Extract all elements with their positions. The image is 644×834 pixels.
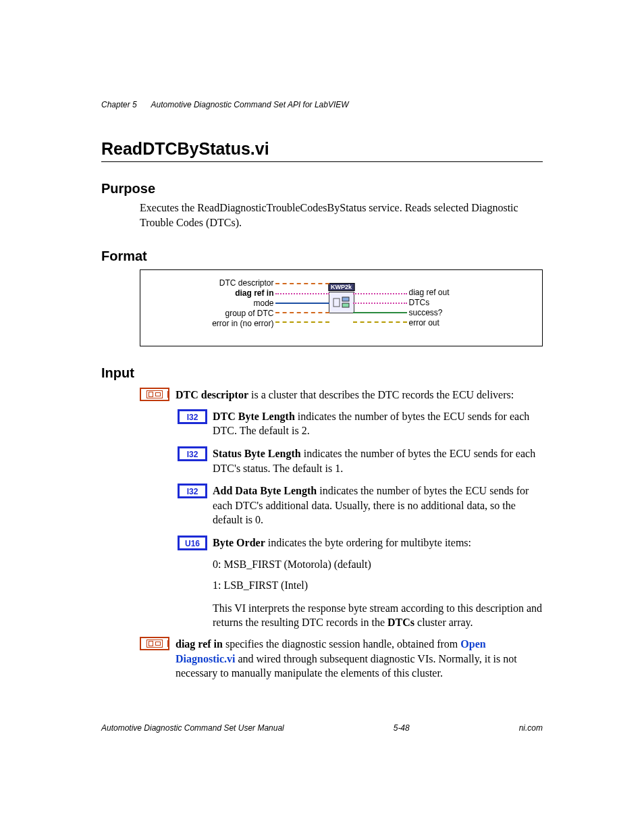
entry-dtc-descriptor: DTC descriptor is a cluster that describ…	[101, 388, 543, 402]
cluster-icon	[140, 388, 169, 401]
vi-input-labels: DTC descriptor diag ref in mode group of…	[212, 278, 273, 329]
dtc-descriptor-label: DTC descriptor	[176, 389, 248, 400]
wire-error-in	[275, 321, 329, 323]
vi-input-mode: mode	[212, 298, 273, 309]
entry-dtc-byte-length: I32 DTC Byte Length indicates the number…	[101, 409, 543, 438]
i32-icon: I32	[178, 484, 207, 498]
wire-group	[275, 312, 329, 313]
vi-node-icon	[329, 292, 354, 313]
footer-center: 5-48	[394, 723, 410, 733]
page-title: ReadDTCByStatus.vi	[101, 139, 543, 159]
purpose-heading: Purpose	[101, 181, 543, 197]
byte-order-line: Byte Order indicates the byte ordering f…	[213, 536, 543, 550]
dtc-byte-length-line: DTC Byte Length indicates the number of …	[213, 409, 543, 438]
wire-diag-ref-in	[275, 293, 329, 294]
diag-ref-in-text-pre: specifies the diagnostic session handle,…	[223, 638, 460, 650]
add-data-byte-length-label: Add Data Byte Length	[213, 485, 317, 496]
entry-byte-order: U16 Byte Order indicates the byte orderi…	[101, 536, 543, 593]
kwp-tag: KWP2k	[328, 283, 354, 291]
vi-node-glyph-icon	[333, 296, 350, 309]
format-diagram-box: DTC descriptor diag ref in mode group of…	[140, 269, 543, 346]
status-byte-length-label: Status Byte Length	[213, 448, 301, 459]
u16-icon: U16	[178, 536, 207, 550]
diag-ref-in-line: diag ref in specifies the diagnostic ses…	[176, 637, 543, 681]
byte-order-option-0: 0: MSB_FIRST (Motorola) (default)	[213, 557, 543, 572]
vi-input-diag-ref-in: diag ref in	[212, 288, 273, 298]
footer-right: ni.com	[519, 723, 543, 733]
chapter-label: Chapter 5	[101, 100, 137, 109]
entry-dtc-desc-footer: This VI interprets the response byte str…	[101, 601, 543, 630]
svg-rect-0	[333, 298, 340, 307]
i32-icon: I32	[178, 409, 207, 424]
vi-input-error-in: error in (no error)	[212, 319, 273, 329]
vi-output-diag-ref-out: diag ref out	[409, 288, 450, 298]
footer-left: Automotive Diagnostic Command Set User M…	[101, 723, 284, 733]
vi-input-group-of-dtc: group of DTC	[212, 309, 273, 319]
byte-order-text: indicates the byte ordering for multibyt…	[265, 537, 471, 548]
svg-rect-2	[342, 303, 349, 307]
i32-icon: I32	[178, 446, 207, 461]
vi-output-error-out: error out	[409, 318, 450, 328]
dtc-descriptor-text: is a cluster that describes the DTC reco…	[248, 389, 514, 400]
vi-input-dtc-descriptor: DTC descriptor	[212, 278, 273, 288]
vi-output-success: success?	[409, 308, 450, 318]
dtc-desc-footer: This VI interprets the response byte str…	[213, 601, 543, 630]
dtc-byte-length-label: DTC Byte Length	[213, 411, 295, 422]
cluster-icon	[140, 637, 169, 650]
entry-status-byte-length: I32 Status Byte Length indicates the num…	[101, 446, 543, 475]
entry-diag-ref-in: diag ref in specifies the diagnostic ses…	[101, 637, 543, 681]
add-data-byte-length-line: Add Data Byte Length indicates the numbe…	[213, 484, 543, 527]
wire-dtcs	[353, 303, 407, 304]
byte-order-option-1: 1: LSB_FIRST (Intel)	[213, 578, 543, 593]
format-heading: Format	[101, 249, 543, 264]
entry-add-data-byte-length: I32 Add Data Byte Length indicates the n…	[101, 484, 543, 527]
wire-dtc-desc	[275, 283, 329, 284]
chapter-title: Automotive Diagnostic Command Set API fo…	[151, 100, 349, 109]
input-heading: Input	[101, 365, 543, 381]
dtc-desc-footer-pre: This VI interprets the response byte str…	[213, 602, 542, 629]
page-footer: Automotive Diagnostic Command Set User M…	[101, 723, 543, 733]
wire-success	[353, 312, 407, 313]
diag-ref-in-label: diag ref in	[176, 638, 223, 650]
wire-diag-ref-out	[353, 293, 407, 294]
purpose-text: Executes the ReadDiagnosticTroubleCodesB…	[140, 201, 543, 230]
title-rule	[101, 161, 543, 162]
running-header: Chapter 5 Automotive Diagnostic Command …	[101, 100, 543, 109]
dtc-desc-footer-bold: DTCs	[387, 617, 414, 628]
wire-mode	[275, 303, 329, 304]
dtc-desc-footer-post: cluster array.	[414, 617, 473, 628]
status-byte-length-line: Status Byte Length indicates the number …	[213, 446, 543, 475]
wire-error-out	[353, 321, 407, 323]
vi-output-labels: diag ref out DTCs success? error out	[409, 288, 450, 328]
byte-order-label: Byte Order	[213, 537, 265, 548]
vi-output-dtcs: DTCs	[409, 298, 450, 308]
svg-rect-1	[342, 297, 349, 301]
dtc-descriptor-line: DTC descriptor is a cluster that describ…	[176, 388, 543, 402]
